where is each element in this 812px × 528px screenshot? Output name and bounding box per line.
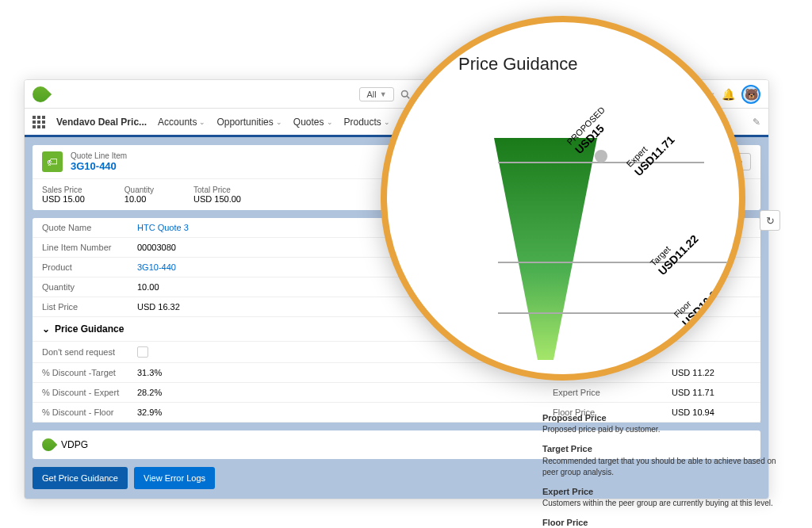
target-price-title: Target Price [542,443,780,455]
chevron-down-icon: ⌄ [384,118,390,126]
quantity-value: 10.00 [124,194,154,204]
dont-send-checkbox[interactable] [137,346,148,358]
expert-price-body: Customers within the peer group are curr… [542,498,780,509]
disc-floor-value: 32.9% [137,407,553,417]
scope-filter[interactable]: All ▼ [359,87,393,101]
avatar[interactable]: 🐻 [741,85,760,104]
nav-opportunities[interactable]: Opportunities⌄ [216,117,282,128]
record-name[interactable]: 3G10-440 [71,160,127,172]
sales-price-value: USD 15.00 [42,194,85,204]
svg-point-0 [401,90,408,97]
object-label: Quote Line Item [71,151,127,160]
chevron-down-icon: ▼ [380,90,387,98]
disc-target-value: 31.3% [137,368,553,377]
total-price-label: Total Price [193,186,241,194]
app-name: Vendavo Deal Pric... [56,117,147,128]
sales-price-label: Sales Price [42,186,85,194]
view-error-logs-button[interactable]: View Error Logs [134,467,215,489]
price-funnel-chart: PROPOSEDUSD15 ExpertUSD11.71 TargetUSD11… [411,75,715,376]
chevron-down-icon: ⌄ [276,118,282,126]
vendavo-logo-icon [29,82,52,105]
chevron-down-icon: ⌄ [42,323,50,335]
expert-price-title: Expert Price [542,486,780,498]
nav-products[interactable]: Products⌄ [344,117,390,128]
scope-filter-label: All [366,90,376,99]
nav-accounts[interactable]: Accounts⌄ [158,117,205,128]
disc-expert-value: 28.2% [137,388,553,397]
target-price-value: USD 11.22 [672,368,751,377]
line-num-label: Line Item Number [42,243,137,252]
lens-title: Price Guidance [458,54,715,75]
floor-price-title: Floor Price [542,517,780,528]
edit-pencil-icon[interactable]: ✎ [753,117,760,128]
refresh-button[interactable]: ↻ [760,210,780,231]
disc-target-label: % Discount -Target [42,368,137,377]
qty-label: Quantity [42,282,137,292]
list-price-label: List Price [42,302,137,312]
svg-marker-2 [494,138,597,360]
funnel-icon [482,122,609,376]
vdpg-title: VDPG [61,439,88,450]
total-price-value: USD 150.00 [193,194,241,204]
get-price-guidance-button[interactable]: Get Price Guidance [33,467,128,489]
floor-line [498,312,736,314]
search-icon [400,90,410,99]
quote-name-label: Quote Name [42,223,137,232]
nav-quotes[interactable]: Quotes⌄ [293,117,333,128]
expert-price-value: USD 11.71 [672,388,751,397]
target-price-body: Recommended target that you should be ab… [542,456,780,478]
proposed-marker-icon [595,150,607,163]
notifications-icon[interactable]: 🔔 [722,88,735,101]
dont-send-label: Don't send request [42,347,137,357]
app-launcher-icon[interactable] [33,116,45,128]
proposed-price-body: Proposed price paid by customer. [542,424,780,435]
vendavo-logo-icon [40,436,58,454]
svg-line-1 [407,96,409,98]
chevron-down-icon: ⌄ [327,118,333,126]
chevron-down-icon: ⌄ [199,118,205,126]
proposed-price-title: Proposed Price [542,412,780,424]
disc-floor-label: % Discount - Floor [42,407,137,417]
disc-expert-label: % Discount - Expert [42,388,137,397]
expert-price-label: Expert Price [553,388,672,397]
target-label: TargetUSD11.22 [647,224,701,277]
zoom-lens: Price Guidance PROPOSEDUSD15 ExpertUSD11… [381,16,745,381]
target-line [498,262,728,263]
product-label: Product [42,262,137,272]
expert-label: ExpertUSD11.71 [623,124,677,178]
quote-line-item-icon: 🏷 [42,151,63,172]
quantity-label: Quantity [124,186,154,194]
price-definitions-panel: Proposed PriceProposed price paid by cus… [542,412,780,528]
